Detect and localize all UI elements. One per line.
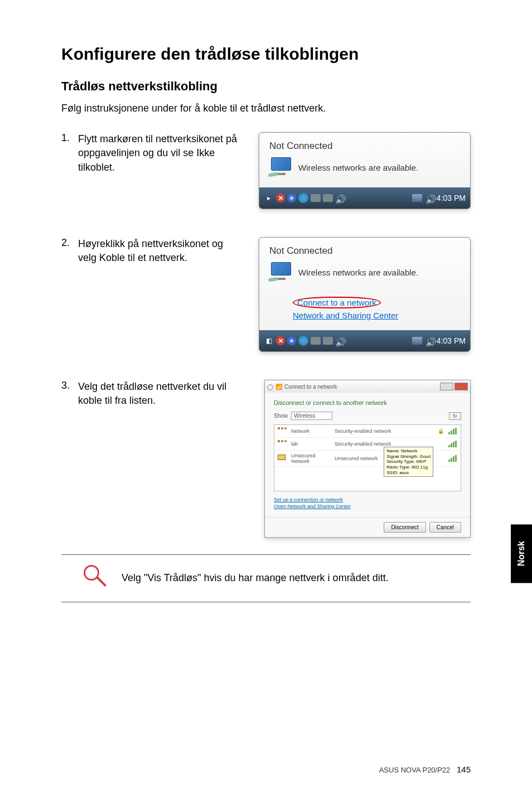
refresh-button[interactable]: ↻ xyxy=(449,412,461,420)
flag-icon[interactable]: ◧ xyxy=(264,336,274,346)
disconnect-button[interactable]: Disconnect xyxy=(384,522,425,533)
signal-icon xyxy=(448,441,457,447)
open-sharing-link[interactable]: Open Network and Sharing Center xyxy=(274,504,461,510)
note-text: Velg "Vis Trådløs" hvis du har mange net… xyxy=(122,572,389,584)
popup-status: Not Connected xyxy=(269,245,460,257)
network-popup-menu: Not Connected Wireless networks are avai… xyxy=(259,237,471,352)
popup-message: Wireless networks are available. xyxy=(298,268,418,277)
page-footer: ASUS NOVA P20/P22 145 xyxy=(379,765,471,774)
step-text: Flytt markøren til nettverksikonet på op… xyxy=(78,132,240,175)
minimize-button[interactable] xyxy=(440,383,453,390)
globe-icon[interactable] xyxy=(298,336,308,346)
magnifier-icon xyxy=(84,565,105,592)
dialog-title: Connect to a network xyxy=(284,384,337,390)
monitor-icon xyxy=(278,455,286,460)
wireless-title-icon: 📶 xyxy=(275,384,282,390)
taskbar: ◧ ✕ ∗ 🔊 🔊 4:03 PM xyxy=(259,330,470,351)
network-tooltip: Name: Network Signal Strength: Good Secu… xyxy=(384,447,433,477)
cancel-button[interactable]: Cancel xyxy=(429,522,461,533)
network-popup: Not Connected Wireless networks are avai… xyxy=(259,132,471,209)
lang-icon[interactable] xyxy=(323,194,333,202)
close-tray-icon[interactable]: ✕ xyxy=(276,336,285,345)
page-title: Konfigurere den trådløse tilkoblingen xyxy=(61,45,471,64)
section-subtitle: Trådløs nettverkstilkobling xyxy=(61,79,471,94)
network-monitor-icon xyxy=(269,262,293,282)
lang-icon[interactable] xyxy=(323,337,333,345)
popup-message: Wireless networks are available. xyxy=(298,163,418,172)
setup-connection-link[interactable]: Set up a connection or network xyxy=(274,497,461,504)
clock: 4:03 PM xyxy=(437,194,466,202)
step-number: 3. xyxy=(61,380,70,408)
footer-page-number: 145 xyxy=(457,765,471,774)
clock: 4:03 PM xyxy=(437,336,466,345)
speaker-icon[interactable]: 🔊 xyxy=(335,194,343,202)
network-tray-icon[interactable] xyxy=(412,337,422,345)
keyboard-icon[interactable] xyxy=(311,194,321,202)
language-tab: Norsk xyxy=(511,524,532,583)
back-icon[interactable]: ◯ xyxy=(267,384,273,390)
dialog-heading: Disconnect or connect to another network xyxy=(274,399,461,406)
show-select[interactable]: Wireless xyxy=(291,412,332,420)
step-3: 3. Velg det trådløse nettverket du vil k… xyxy=(61,380,471,537)
volume-icon[interactable]: 🔊 xyxy=(425,194,433,202)
step-number: 2. xyxy=(61,237,70,265)
network-item[interactable]: Network Security-enabled network 🔒 xyxy=(274,425,461,438)
step-number: 1. xyxy=(61,132,70,175)
chevron-icon[interactable]: ▸ xyxy=(264,193,274,203)
footer-product: ASUS NOVA P20/P22 xyxy=(379,766,451,774)
bluetooth-icon[interactable]: ∗ xyxy=(287,336,296,345)
speaker-icon[interactable]: 🔊 xyxy=(335,337,343,345)
close-button[interactable] xyxy=(454,383,468,390)
keyboard-icon[interactable] xyxy=(311,337,321,345)
signal-icon xyxy=(448,455,457,462)
intro-text: Følg instruksjonene under for å koble ti… xyxy=(61,102,471,115)
network-tray-icon[interactable] xyxy=(412,194,422,202)
dialog-titlebar: ◯ 📶 Connect to a network xyxy=(265,380,470,393)
network-monitor-icon xyxy=(269,157,293,177)
step-text: Velg det trådløse nettverket du vil kobl… xyxy=(78,380,240,408)
bluetooth-icon[interactable]: ∗ xyxy=(287,194,296,202)
connect-network-link[interactable]: Connect to a network xyxy=(293,297,460,308)
taskbar: ▸ ✕ ∗ 🔊 🔊 4:03 PM xyxy=(259,187,470,209)
lock-icon: 🔒 xyxy=(438,428,444,434)
popup-status: Not Connected xyxy=(269,141,460,152)
signal-icon xyxy=(448,428,457,434)
volume-icon[interactable]: 🔊 xyxy=(425,337,433,345)
step-1: 1. Flytt markøren til nettverksikonet på… xyxy=(61,132,471,209)
connect-dialog: ◯ 📶 Connect to a network Disconnect or c… xyxy=(264,380,471,537)
note-box: Velg "Vis Trådløs" hvis du har mange net… xyxy=(61,554,471,602)
close-tray-icon[interactable]: ✕ xyxy=(276,194,285,202)
sharing-center-link[interactable]: Network and Sharing Center xyxy=(293,311,460,320)
step-text: Høyreklikk på nettverksikonet og velg Ko… xyxy=(78,237,240,265)
show-label: Show xyxy=(274,413,288,419)
globe-icon[interactable] xyxy=(298,193,308,203)
step-2: 2. Høyreklikk på nettverksikonet og velg… xyxy=(61,237,471,352)
